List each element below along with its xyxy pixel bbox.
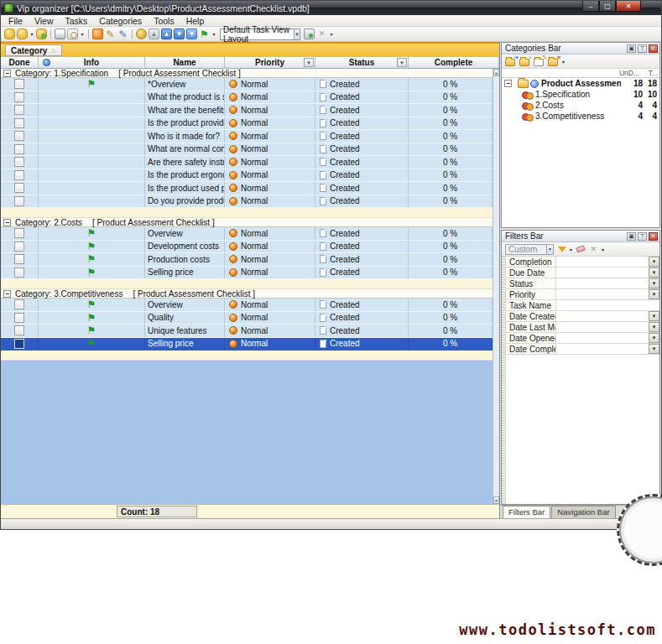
done-checkbox[interactable] bbox=[14, 79, 24, 89]
filter-field-value[interactable] bbox=[556, 267, 649, 278]
done-checkbox[interactable] bbox=[14, 242, 24, 252]
done-checkbox[interactable] bbox=[14, 299, 24, 309]
clear-filter-icon[interactable] bbox=[575, 244, 586, 255]
customize-layout-icon[interactable] bbox=[304, 29, 315, 39]
new-category-icon[interactable]: ➜ bbox=[505, 56, 517, 66]
task-row[interactable]: Do you provide productNormalCreated0 % bbox=[1, 195, 493, 209]
title-bar[interactable]: Vip organizer [C:\Users\dmitry\Desktop\P… bbox=[1, 1, 661, 15]
scroll-up-icon[interactable]: ▲ bbox=[493, 69, 499, 76]
new-database-icon[interactable] bbox=[4, 29, 15, 39]
group-header-row[interactable]: Category: 2.Costs[ Product Assessment Ch… bbox=[1, 218, 493, 227]
done-checkbox[interactable] bbox=[14, 339, 24, 349]
column-header-info[interactable]: Info bbox=[39, 57, 145, 68]
tree-item-category[interactable]: 1.Specification1010 bbox=[502, 89, 659, 100]
print-preview-icon[interactable] bbox=[67, 29, 78, 39]
delete-category-icon[interactable]: ✕ bbox=[548, 56, 560, 66]
filter-preset-combo[interactable]: Custom ▼ bbox=[505, 244, 554, 255]
done-checkbox[interactable] bbox=[14, 144, 24, 154]
done-checkbox[interactable] bbox=[14, 196, 24, 206]
column-header-status[interactable]: Status▼ bbox=[315, 57, 409, 68]
remove-filter-icon[interactable]: ✕ bbox=[588, 244, 599, 255]
menu-item-categories[interactable]: Categories bbox=[93, 16, 148, 26]
panel-pin-icon[interactable]: ⊤ bbox=[638, 44, 647, 53]
done-checkbox[interactable] bbox=[14, 267, 24, 278]
task-view-layout-combo[interactable]: Default Task View Layout▼ bbox=[220, 29, 300, 40]
duplicate-task-icon[interactable]: ✎ bbox=[117, 29, 128, 39]
move-up-icon[interactable]: ▲ bbox=[161, 29, 172, 39]
move-up-disabled-icon[interactable]: ▲ bbox=[149, 29, 159, 39]
chevron-down-icon[interactable]: ▼ bbox=[649, 289, 659, 299]
task-row[interactable]: Who is it made for?NormalCreated0 % bbox=[1, 130, 493, 143]
task-row[interactable]: What the product is supposed toNormalCre… bbox=[1, 91, 493, 105]
close-button[interactable]: ✕ bbox=[616, 1, 641, 12]
maximize-button[interactable]: ▢ bbox=[599, 1, 616, 12]
total-column-header[interactable]: T... bbox=[639, 69, 658, 77]
chevron-down-icon[interactable]: ▼ bbox=[649, 322, 659, 332]
panel-pin-icon[interactable]: ⊤ bbox=[638, 232, 647, 241]
task-row[interactable]: Is the product provided with manualsNorm… bbox=[1, 117, 493, 131]
done-checkbox[interactable] bbox=[14, 131, 24, 141]
open-database-dropdown[interactable]: ▾ bbox=[29, 29, 34, 39]
collapse-icon[interactable] bbox=[3, 290, 11, 298]
done-checkbox[interactable] bbox=[14, 157, 24, 167]
task-row[interactable]: ⚑Selling priceNormalCreated0 % bbox=[1, 338, 493, 351]
done-checkbox[interactable] bbox=[14, 92, 24, 102]
task-row[interactable]: Is the product ergonomic andNormalCreate… bbox=[1, 169, 493, 183]
scroll-down-icon[interactable]: ▼ bbox=[493, 496, 499, 504]
menu-item-tasks[interactable]: Tasks bbox=[60, 16, 94, 26]
done-checkbox[interactable] bbox=[14, 105, 24, 115]
task-row[interactable]: Are there safety instructions labeledNor… bbox=[1, 156, 493, 169]
flag-icon[interactable]: ⚑ bbox=[199, 29, 210, 39]
task-row[interactable]: What are normal conditions for theNormal… bbox=[1, 143, 493, 157]
task-row[interactable]: ⚑Development costsNormalCreated0 % bbox=[1, 241, 493, 254]
flag-dropdown[interactable]: ▾ bbox=[211, 29, 216, 39]
delete-layout-icon[interactable]: ✕ bbox=[316, 29, 327, 39]
move-down-icon[interactable]: ▼ bbox=[174, 29, 185, 39]
tree-item-category[interactable]: 2.Costs44 bbox=[502, 100, 659, 111]
collapse-icon[interactable] bbox=[504, 80, 512, 87]
panel-restore-icon[interactable]: ▣ bbox=[627, 44, 636, 53]
column-header-complete[interactable]: Complete bbox=[409, 57, 499, 68]
print-icon[interactable] bbox=[55, 29, 65, 39]
menu-item-file[interactable]: File bbox=[3, 16, 29, 26]
task-row[interactable]: What are the benefits of theNormalCreate… bbox=[1, 104, 493, 117]
edit-task-icon[interactable]: ✎ bbox=[105, 29, 116, 39]
done-checkbox[interactable] bbox=[14, 183, 24, 193]
chevron-down-icon[interactable]: ▼ bbox=[649, 344, 659, 354]
save-database-icon[interactable] bbox=[36, 29, 47, 39]
column-header-priority[interactable]: Priority▼ bbox=[225, 57, 315, 68]
apply-filter-icon[interactable] bbox=[556, 244, 567, 255]
filter-field-value[interactable] bbox=[556, 289, 649, 299]
done-checkbox[interactable] bbox=[14, 325, 24, 335]
filter-field-value[interactable] bbox=[556, 333, 649, 343]
filter-field-value[interactable] bbox=[556, 278, 649, 288]
layout-dropdown[interactable]: ▾ bbox=[329, 29, 334, 39]
group-header-row[interactable]: Category: 1.Specification[ Product Asses… bbox=[1, 69, 493, 78]
filter-field-value[interactable] bbox=[556, 257, 649, 267]
tab-navigation-bar[interactable]: Navigation Bar bbox=[551, 506, 615, 518]
categories-toolbar-dropdown[interactable]: ▾ bbox=[562, 59, 565, 65]
tab-filters-bar[interactable]: Filters Bar bbox=[503, 506, 550, 518]
move-bottom-icon[interactable]: ▼ bbox=[186, 29, 197, 39]
done-checkbox[interactable] bbox=[14, 228, 24, 238]
menu-item-view[interactable]: View bbox=[29, 16, 60, 26]
print-options-dropdown[interactable]: ▾ bbox=[80, 29, 85, 39]
filter-dropdown-icon[interactable]: ▼ bbox=[304, 58, 314, 67]
highlight-tasks-icon[interactable] bbox=[136, 29, 147, 39]
edit-category-icon[interactable]: ✎ bbox=[534, 56, 545, 66]
menu-item-help[interactable]: Help bbox=[180, 16, 211, 26]
collapse-icon[interactable] bbox=[3, 219, 11, 226]
panel-close-icon[interactable]: ✕ bbox=[649, 232, 658, 241]
task-row[interactable]: ⚑OverviewNormalCreated0 % bbox=[1, 299, 493, 312]
column-header-name[interactable]: Name bbox=[145, 57, 225, 68]
menu-item-tools[interactable]: Tools bbox=[148, 16, 180, 26]
filter-field-value[interactable] bbox=[556, 311, 649, 321]
chevron-down-icon[interactable]: ▼ bbox=[546, 245, 553, 254]
chevron-down-icon[interactable]: ▼ bbox=[649, 267, 659, 278]
task-row[interactable]: ⚑QualityNormalCreated0 % bbox=[1, 312, 493, 325]
filter-dropdown-icon[interactable]: ▾ bbox=[570, 247, 572, 252]
undone-column-header[interactable]: UnD... bbox=[614, 69, 639, 77]
chevron-down-icon[interactable]: ▼ bbox=[649, 278, 659, 288]
filter-field-value[interactable] bbox=[556, 300, 659, 310]
done-checkbox[interactable] bbox=[14, 313, 24, 323]
